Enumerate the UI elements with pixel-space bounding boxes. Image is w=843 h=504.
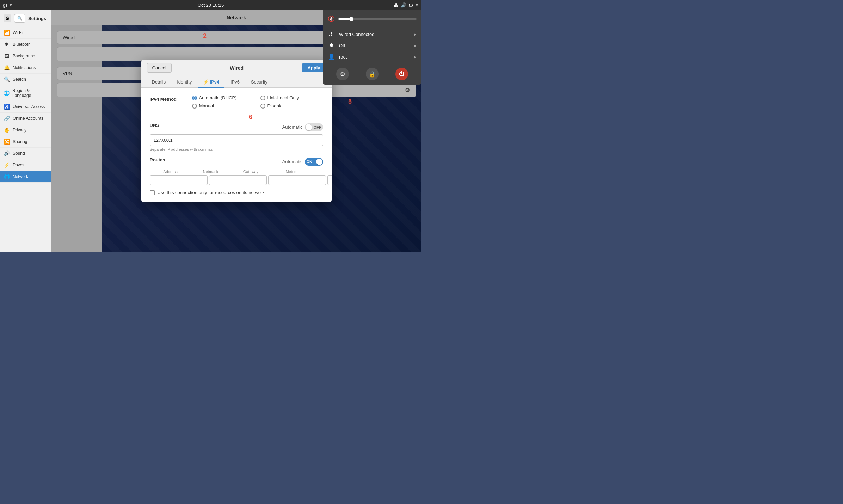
sidebar-item-search[interactable]: 🔍 Search bbox=[0, 74, 51, 85]
dns-input-field[interactable] bbox=[150, 134, 323, 146]
dropdown-item-wired[interactable]: 🖧 Wired Connected ▶ bbox=[323, 29, 422, 40]
topbar-datetime: Oct 20 10:15 bbox=[198, 2, 224, 8]
bt-icon: ✱ bbox=[328, 42, 335, 49]
connection-only-checkbox[interactable] bbox=[150, 190, 155, 195]
radio-link-input[interactable] bbox=[260, 96, 265, 100]
sidebar-item-sharing[interactable]: 🔀 Sharing bbox=[0, 136, 51, 148]
power-tray-icon[interactable]: ⏻ bbox=[408, 2, 413, 8]
tab-details[interactable]: Details bbox=[147, 76, 171, 88]
radio-disable[interactable]: Disable bbox=[260, 103, 323, 109]
wired-arrow-icon: ▶ bbox=[414, 32, 417, 36]
radio-dhcp[interactable]: Automatic (DHCP) bbox=[192, 95, 255, 100]
routes-automatic-label: Automatic bbox=[282, 159, 303, 164]
sidebar-header: ⚙ 🔍 Settings bbox=[0, 10, 51, 27]
sidebar-search-icon[interactable]: 🔍 bbox=[14, 14, 25, 23]
sidebar-item-region[interactable]: 🌐 Region & Language bbox=[0, 85, 51, 101]
network-icon: 🌐 bbox=[4, 174, 10, 179]
volume-mute-icon[interactable]: 🔇 bbox=[328, 16, 335, 22]
routes-header: Routes Automatic ON bbox=[150, 157, 323, 166]
sidebar-item-universal[interactable]: ♿ Universal Access bbox=[0, 101, 51, 113]
dns-header: DNS Automatic OFF bbox=[150, 123, 323, 131]
settings-action-btn[interactable]: ⚙ bbox=[336, 68, 349, 80]
radio-disable-label: Disable bbox=[267, 103, 283, 109]
app-menu-label[interactable]: gs bbox=[3, 2, 8, 8]
system-dropdown-menu: 🔇 🖧 Wired Connected ▶ ✱ Off ▶ 👤 root ▶ ⚙… bbox=[323, 10, 422, 85]
dialog-tabs: Details Identity ⚡IPv4 IPv6 Security bbox=[141, 76, 332, 88]
sidebar-item-notifications[interactable]: 🔔 Notifications bbox=[0, 62, 51, 74]
col-netmask: Netmask bbox=[191, 170, 230, 174]
sidebar-item-wifi-label: Wi-Fi bbox=[13, 30, 23, 35]
volume-tray-icon[interactable]: 🔊 bbox=[401, 2, 406, 8]
bt-arrow-icon: ▶ bbox=[414, 44, 417, 48]
network-tray-icon[interactable]: 🖧 bbox=[394, 2, 399, 8]
power-action-btn[interactable]: ⏻ bbox=[395, 68, 408, 80]
radio-manual[interactable]: Manual bbox=[192, 103, 255, 109]
user-label: root bbox=[339, 54, 410, 60]
lock-action-btn[interactable]: 🔒 bbox=[366, 68, 379, 80]
volume-slider[interactable] bbox=[338, 18, 417, 20]
route-netmask-input[interactable] bbox=[209, 175, 267, 185]
routes-toggle-thumb bbox=[316, 159, 322, 165]
dialog-apply-button[interactable]: Apply bbox=[302, 63, 326, 72]
sidebar-item-online-accounts[interactable]: 🔗 Online Accounts bbox=[0, 113, 51, 124]
route-address-input[interactable] bbox=[150, 175, 208, 185]
tab-security[interactable]: Security bbox=[246, 76, 272, 88]
bluetooth-icon: ✱ bbox=[4, 42, 10, 47]
tab-ipv4[interactable]: ⚡IPv4 bbox=[198, 76, 224, 88]
dropdown-actions: ⚙ 🔒 ⏻ bbox=[323, 64, 422, 82]
power-icon: ⚡ bbox=[4, 162, 10, 168]
wired-icon: 🖧 bbox=[328, 31, 335, 37]
radio-manual-label: Manual bbox=[199, 103, 214, 109]
bt-label: Off bbox=[339, 43, 410, 48]
dns-toggle-thumb bbox=[306, 124, 312, 130]
radio-link-label: Link-Local Only bbox=[267, 95, 299, 100]
routes-section: Routes Automatic ON Address N bbox=[150, 157, 323, 185]
sound-icon: 🔊 bbox=[4, 150, 10, 156]
privacy-icon: ✋ bbox=[4, 127, 10, 133]
topbar-down-icon[interactable]: ▼ bbox=[9, 3, 13, 7]
sidebar-item-sharing-label: Sharing bbox=[13, 139, 27, 144]
routes-toggle-on-label: ON bbox=[307, 160, 313, 164]
sidebar-item-wifi[interactable]: 📶 Wi-Fi bbox=[0, 27, 51, 39]
dropdown-item-bluetooth[interactable]: ✱ Off ▶ bbox=[323, 40, 422, 51]
sidebar-item-privacy-label: Privacy bbox=[13, 128, 26, 133]
dns-automatic-toggle[interactable]: Automatic OFF bbox=[282, 123, 323, 131]
radio-link-local[interactable]: Link-Local Only bbox=[260, 95, 323, 100]
routes-automatic-toggle[interactable]: Automatic ON bbox=[282, 158, 323, 166]
dropdown-item-user[interactable]: 👤 root ▶ bbox=[323, 51, 422, 62]
sidebar-item-background[interactable]: 🖼 Background bbox=[0, 50, 51, 62]
radio-manual-input[interactable] bbox=[192, 104, 197, 109]
col-gateway: Gateway bbox=[232, 170, 270, 174]
sidebar-item-network[interactable]: 🌐 Network bbox=[0, 171, 51, 183]
route-metric-input[interactable] bbox=[327, 175, 332, 185]
sidebar-item-sound-label: Sound bbox=[13, 151, 25, 156]
connection-only-checkbox-row[interactable]: Use this connection only for resources o… bbox=[150, 190, 323, 195]
sidebar-item-bluetooth[interactable]: ✱ Bluetooth bbox=[0, 39, 51, 50]
sidebar-item-universal-label: Universal Access bbox=[13, 104, 45, 109]
dropdown-divider-1 bbox=[323, 27, 422, 27]
sidebar-item-power[interactable]: ⚡ Power bbox=[0, 159, 51, 171]
dns-automatic-label: Automatic bbox=[282, 124, 303, 130]
method-radio-group: Automatic (DHCP) Link-Local Only Manual bbox=[192, 95, 323, 109]
dialog-body: IPv4 Method Automatic (DHCP) Link-Local … bbox=[141, 88, 332, 202]
tab-identity[interactable]: Identity bbox=[172, 76, 197, 88]
sidebar-tools-icon[interactable]: ⚙ bbox=[4, 14, 11, 22]
sidebar-item-sound[interactable]: 🔊 Sound bbox=[0, 148, 51, 159]
route-gateway-input[interactable] bbox=[268, 175, 326, 185]
dns-toggle-track[interactable]: OFF bbox=[305, 123, 323, 131]
tray-down-icon[interactable]: ▼ bbox=[415, 3, 419, 7]
topbar-left: gs ▼ bbox=[3, 2, 13, 8]
dns-toggle-off-label: OFF bbox=[314, 125, 321, 129]
routes-toggle-track[interactable]: ON bbox=[305, 158, 323, 166]
sidebar-item-search-label: Search bbox=[13, 77, 26, 82]
dns-label: DNS bbox=[150, 123, 159, 128]
sidebar-item-privacy[interactable]: ✋ Privacy bbox=[0, 124, 51, 136]
dialog-cancel-button[interactable]: Cancel bbox=[147, 63, 172, 73]
tab-ipv6[interactable]: IPv6 bbox=[226, 76, 245, 88]
sidebar-header-title: Settings bbox=[28, 16, 46, 21]
radio-disable-input[interactable] bbox=[260, 104, 265, 109]
connection-only-label: Use this connection only for resources o… bbox=[158, 190, 265, 195]
radio-dhcp-label: Automatic (DHCP) bbox=[199, 95, 237, 100]
radio-dhcp-input[interactable] bbox=[192, 96, 197, 100]
routes-table-header: Address Netmask Gateway Metric bbox=[150, 170, 323, 174]
